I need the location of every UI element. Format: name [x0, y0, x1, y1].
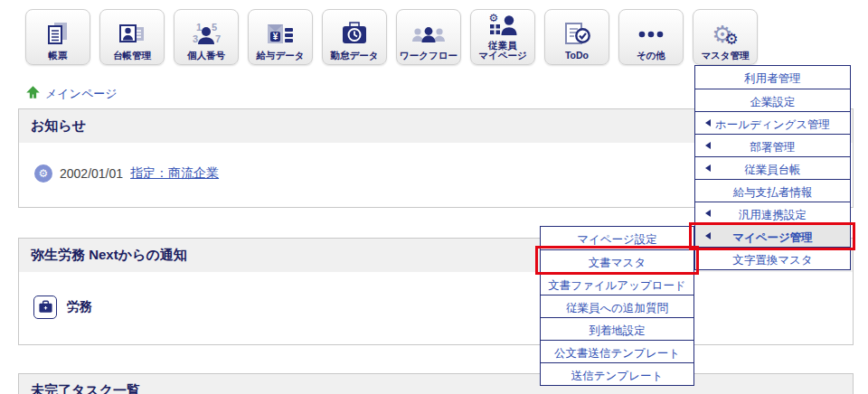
more-dots-icon	[633, 18, 669, 51]
menu-item-char-replace-master[interactable]: 文字置換マスタ	[695, 247, 850, 269]
svg-text:7: 7	[215, 33, 221, 44]
toolbar-button-workflow[interactable]: ワークフロー	[396, 9, 461, 65]
employee-mypage-icon: ⚙	[487, 10, 518, 41]
menu-item-label: 文字置換マスタ	[732, 254, 812, 267]
toolbar-button-label: その他	[637, 51, 665, 61]
tasks-section: 未完了タスク一覧	[18, 373, 854, 394]
svg-text:⚙: ⚙	[489, 12, 499, 24]
toolbar-button-label: ToDo	[565, 51, 589, 61]
svg-text:1: 1	[196, 22, 202, 33]
tasks-section-title: 未完了タスク一覧	[31, 382, 140, 394]
report-icon	[44, 18, 71, 51]
menu-item-label: 公文書送信テンプレート	[554, 347, 680, 360]
toolbar-button-todo[interactable]: ToDo	[544, 9, 609, 65]
breadcrumb: メインページ	[25, 85, 118, 103]
menu-item-label: マイページ管理	[732, 231, 813, 244]
menu-item-company-settings[interactable]: 企業設定	[695, 89, 850, 111]
menu-item-label: ホールディングス管理	[715, 118, 830, 131]
attendance-data-icon	[339, 18, 370, 51]
notification-label: 労務	[67, 299, 92, 315]
toolbar-button-label: 従業員 マイページ	[478, 41, 526, 61]
menu-item-employee-ledger[interactable]: 従業員台帳	[695, 156, 850, 179]
breadcrumb-main-page-link[interactable]: メインページ	[45, 86, 118, 102]
ledger-icon	[118, 18, 146, 51]
notification-item: 労務	[33, 296, 853, 319]
toolbar-button-employee-mypage[interactable]: ⚙ 従業員 マイページ	[470, 9, 535, 65]
submenu-item-send-template[interactable]: 送信テンプレート	[541, 362, 693, 385]
submenu-item-mypage-settings[interactable]: マイページ設定	[541, 227, 693, 249]
tasks-section-header: 未完了タスク一覧	[19, 374, 853, 394]
menu-item-label: 従業員への追加質問	[566, 302, 668, 314]
toolbar-button-label: 給与データ	[257, 51, 305, 61]
toolbar-button-personal-number[interactable]: 1 5 3 7 個人番号	[174, 9, 239, 65]
workflow-icon	[410, 18, 448, 51]
todo-icon	[561, 18, 592, 51]
toolbar-button-attendance-data[interactable]: 勤怠データ	[322, 9, 387, 65]
menu-item-user-management[interactable]: 利用者管理	[695, 66, 850, 89]
notice-company-link[interactable]: 指定：商流企業	[130, 165, 219, 182]
menu-item-label: 給与支払者情報	[733, 186, 813, 199]
submenu-item-employee-additional-questions[interactable]: 従業員への追加質問	[541, 295, 693, 317]
notifications-section-title: 弥生労務 Nextからの通知	[31, 247, 187, 262]
toolbar-button-label: ワークフロー	[400, 51, 458, 61]
home-icon	[25, 85, 41, 103]
personal-number-icon: 1 5 3 7	[190, 18, 222, 51]
toolbar-button-ledger-management[interactable]: 台帳管理	[99, 9, 165, 65]
briefcase-badge-icon	[33, 296, 57, 319]
menu-item-department-management[interactable]: 部署管理	[695, 134, 850, 156]
mypage-management-submenu: マイページ設定 文書マスタ 文書ファイルアップロード 従業員への追加質問 到着地…	[540, 226, 694, 386]
toolbar-button-label: 勤怠データ	[331, 51, 379, 61]
submenu-item-document-master[interactable]: 文書マスタ	[541, 249, 693, 272]
submenu-item-document-file-upload[interactable]: 文書ファイルアップロード	[541, 272, 693, 295]
master-management-menu: 利用者管理 企業設定 ホールディングス管理 部署管理 従業員台帳 給与支払者情報…	[694, 65, 851, 270]
notice-section-title: お知らせ	[31, 117, 86, 133]
menu-item-mypage-management[interactable]: マイページ管理	[695, 224, 850, 247]
submenu-arrow-icon	[705, 164, 711, 172]
toolbar-button-payroll-data[interactable]: ¥ 給与データ	[248, 9, 313, 65]
menu-item-label: 文書ファイルアップロード	[548, 279, 686, 292]
menu-item-generic-integration-settings[interactable]: 汎用連携設定	[695, 202, 850, 224]
menu-item-label: 利用者管理	[744, 72, 801, 85]
gears-icon: ⚙⚙	[712, 18, 739, 51]
toolbar-button-label: マスタ管理	[701, 51, 749, 61]
submenu-arrow-icon	[705, 232, 711, 239]
toolbar-button-label: 個人番号	[187, 51, 225, 61]
toolbar-button-label: 帳票	[49, 51, 68, 61]
submenu-item-official-doc-send-template[interactable]: 公文書送信テンプレート	[541, 340, 693, 362]
toolbar-button-label: 台帳管理	[113, 51, 151, 61]
menu-item-label: 従業員台帳	[744, 164, 801, 176]
menu-item-holdings-management[interactable]: ホールディングス管理	[695, 111, 850, 134]
menu-item-label: 部署管理	[750, 141, 796, 154]
submenu-item-arrival-location-settings[interactable]: 到着地設定	[541, 317, 693, 340]
notice-date: 2002/01/01	[60, 166, 123, 181]
menu-item-salary-payer-info[interactable]: 給与支払者情報	[695, 179, 850, 202]
svg-text:¥: ¥	[273, 32, 278, 42]
svg-text:5: 5	[212, 22, 217, 33]
submenu-arrow-icon	[705, 142, 711, 149]
menu-item-label: 汎用連携設定	[739, 209, 807, 221]
menu-item-label: マイページ設定	[577, 233, 657, 246]
submenu-arrow-icon	[705, 119, 711, 127]
gear-badge-icon: ⚙	[34, 164, 52, 183]
payroll-data-icon: ¥	[265, 18, 296, 51]
toolbar-button-master-management[interactable]: ⚙⚙ マスタ管理	[693, 9, 758, 65]
menu-item-label: 文書マスタ	[589, 257, 646, 269]
menu-item-label: 到着地設定	[589, 324, 646, 337]
toolbar-button-reports[interactable]: 帳票	[25, 9, 90, 65]
toolbar-button-others[interactable]: その他	[618, 9, 684, 65]
svg-text:3: 3	[193, 33, 198, 44]
submenu-arrow-icon	[705, 210, 711, 217]
menu-item-label: 企業設定	[750, 96, 796, 108]
main-toolbar: 帳票 台帳管理 1 5 3 7 個人番号	[25, 9, 758, 65]
menu-item-label: 送信テンプレート	[571, 370, 663, 382]
